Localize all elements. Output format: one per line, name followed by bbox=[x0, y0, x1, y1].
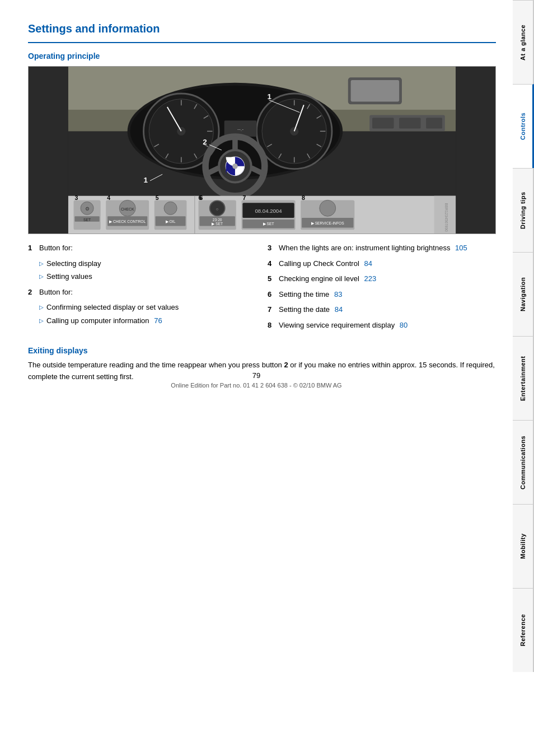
svg-text:SET: SET bbox=[83, 218, 91, 222]
svg-text:--.-: --.- bbox=[237, 127, 243, 132]
page-ref-3: 105 bbox=[455, 244, 467, 252]
list-sub-2b: ▷ Calling up computer information 76 bbox=[28, 315, 256, 326]
main-content: Settings and information Operating princ… bbox=[0, 0, 513, 405]
right-list-num-3: 3 bbox=[268, 242, 279, 254]
right-list-text-4: Calling up Check Control 84 bbox=[279, 258, 496, 269]
page-title: Settings and information bbox=[28, 22, 496, 35]
arrow-icon-2a: ▷ bbox=[39, 303, 44, 311]
svg-text:1: 1 bbox=[268, 92, 272, 101]
list-sub-1a: ▷ Selecting display bbox=[28, 258, 256, 269]
page-footer: 79 Online Edition for Part no. 01 41 2 6… bbox=[171, 371, 341, 389]
list-sub-text-2b: Calling up computer information 76 bbox=[46, 315, 162, 326]
list-item-2: 2 Button for: bbox=[28, 287, 256, 298]
sidebar-tab-entertainment[interactable]: Entertainment bbox=[513, 336, 534, 420]
page-ref-6: 83 bbox=[334, 290, 342, 298]
svg-text:5: 5 bbox=[156, 194, 159, 201]
svg-text:4: 4 bbox=[107, 194, 110, 201]
right-list-item-4: 4 Calling up Check Control 84 bbox=[268, 258, 496, 269]
right-list-text-3: When the lights are on: instrument light… bbox=[279, 242, 496, 254]
list-text-1: Button for: bbox=[39, 242, 256, 254]
svg-rect-52 bbox=[399, 118, 420, 128]
right-list-item-3: 3 When the lights are on: instrument lig… bbox=[268, 242, 496, 254]
list-sub-text-2a: Confirming selected display or set value… bbox=[46, 302, 179, 313]
svg-text:⚙: ⚙ bbox=[85, 206, 90, 212]
svg-text:BBR1234567890: BBR1234567890 bbox=[444, 203, 448, 232]
svg-text:CHECK: CHECK bbox=[121, 207, 134, 211]
svg-text:▶ OIL: ▶ OIL bbox=[166, 220, 176, 223]
svg-text:3: 3 bbox=[74, 194, 78, 201]
right-list-num-5: 5 bbox=[268, 273, 279, 284]
svg-rect-53 bbox=[426, 118, 442, 128]
svg-text:8: 8 bbox=[302, 194, 305, 201]
svg-rect-51 bbox=[372, 118, 394, 128]
content-columns: 1 Button for: ▷ Selecting display ▷ Sett… bbox=[28, 242, 496, 335]
svg-text:▶ SET: ▶ SET bbox=[263, 222, 274, 226]
svg-text:▶ CHECK CONTROL: ▶ CHECK CONTROL bbox=[109, 220, 146, 223]
svg-text:1: 1 bbox=[144, 176, 148, 184]
page-ref-8: 80 bbox=[400, 321, 407, 329]
sidebar-tab-controls[interactable]: Controls bbox=[513, 84, 534, 168]
right-list-text-6: Setting the time 83 bbox=[279, 289, 496, 300]
svg-text:6: 6 bbox=[199, 194, 203, 201]
sidebar-tab-mobility[interactable]: Mobility bbox=[513, 504, 534, 588]
list-sub-text-1a: Selecting display bbox=[46, 258, 101, 269]
arrow-icon-1a: ▷ bbox=[39, 259, 44, 268]
arrow-icon-2b: ▷ bbox=[39, 316, 44, 325]
right-list-text-5: Checking engine oil level 223 bbox=[279, 273, 496, 284]
page-ref-5: 223 bbox=[364, 274, 376, 283]
list-text-2: Button for: bbox=[39, 287, 256, 298]
svg-point-68 bbox=[164, 202, 177, 214]
right-list-num-8: 8 bbox=[268, 320, 279, 331]
svg-text:08.04.2004: 08.04.2004 bbox=[255, 208, 282, 214]
svg-text:7: 7 bbox=[242, 194, 246, 201]
sidebar-tab-communications[interactable]: Communications bbox=[513, 420, 534, 504]
right-list-item-6: 6 Setting the time 83 bbox=[268, 289, 496, 300]
list-sub-text-1b: Setting values bbox=[46, 271, 92, 282]
svg-text:○: ○ bbox=[216, 207, 219, 212]
title-divider bbox=[28, 42, 496, 43]
dashboard-image: --.- 1 2 1 bbox=[28, 66, 496, 234]
svg-point-17 bbox=[177, 127, 185, 136]
sidebar-tab-at-a-glance[interactable]: At a glance bbox=[513, 0, 534, 84]
list-sub-2a: ▷ Confirming selected display or set val… bbox=[28, 302, 256, 313]
list-sub-1b: ▷ Setting values bbox=[28, 271, 256, 282]
sidebar-tab-driving-tips[interactable]: Driving tips bbox=[513, 168, 534, 252]
left-column: 1 Button for: ▷ Selecting display ▷ Sett… bbox=[28, 242, 256, 335]
page-ref-7: 84 bbox=[335, 305, 343, 314]
sidebar-tab-navigation[interactable]: Navigation bbox=[513, 252, 534, 336]
page-ref-4: 84 bbox=[364, 259, 372, 268]
list-num-2: 2 bbox=[28, 287, 39, 298]
svg-text:2: 2 bbox=[203, 138, 207, 146]
right-list-item-5: 5 Checking engine oil level 223 bbox=[268, 273, 496, 284]
right-list-num-4: 4 bbox=[268, 258, 279, 269]
right-list-text-8: Viewing service requirement display 80 bbox=[279, 320, 496, 331]
right-list-item-8: 8 Viewing service requirement display 80 bbox=[268, 320, 496, 331]
right-list-text-7: Setting the date 84 bbox=[279, 304, 496, 315]
right-list-num-7: 7 bbox=[268, 304, 279, 315]
right-list-item-7: 7 Setting the date 84 bbox=[268, 304, 496, 315]
arrow-icon-1b: ▷ bbox=[39, 272, 44, 281]
right-column: 3 When the lights are on: instrument lig… bbox=[268, 242, 496, 335]
page-ref-2b: 76 bbox=[154, 316, 162, 325]
footer-text: Online Edition for Part no. 01 41 2 604 … bbox=[171, 382, 341, 389]
svg-text:▶ SERVICE-INFOS: ▶ SERVICE-INFOS bbox=[311, 221, 345, 225]
sidebar: At a glance Controls Driving tips Naviga… bbox=[513, 0, 534, 756]
svg-point-30 bbox=[290, 127, 298, 136]
svg-point-41 bbox=[232, 164, 238, 169]
list-item-1: 1 Button for: bbox=[28, 242, 256, 254]
list-num-1: 1 bbox=[28, 242, 39, 254]
svg-text:▶ SET: ▶ SET bbox=[212, 222, 223, 226]
svg-point-88 bbox=[320, 200, 336, 216]
sidebar-tab-reference[interactable]: Reference bbox=[513, 588, 534, 672]
operating-principle-subtitle: Operating principle bbox=[28, 52, 496, 60]
page-number: 79 bbox=[171, 371, 341, 380]
svg-rect-49 bbox=[351, 80, 400, 101]
exiting-displays-subtitle: Exiting displays bbox=[28, 346, 496, 355]
right-list-num-6: 6 bbox=[268, 289, 279, 300]
